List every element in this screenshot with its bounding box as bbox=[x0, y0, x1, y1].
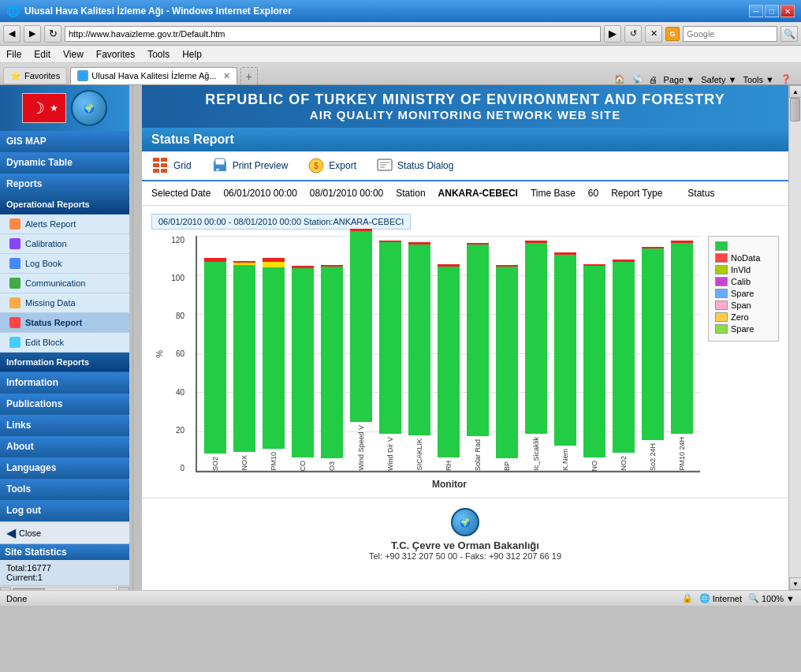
export-button[interactable]: $ Export bbox=[307, 156, 356, 175]
refresh-button[interactable]: ↺ bbox=[624, 25, 642, 43]
bar-label-5: Wind Speed V bbox=[357, 425, 365, 471]
alerts-icon bbox=[9, 218, 20, 230]
bar-label-10: BP bbox=[503, 461, 511, 471]
header-line1: REPUBLIC OF TURKEY MINISTRY OF ENVIRONME… bbox=[205, 91, 725, 108]
tools-menu[interactable]: Tools ▼ bbox=[743, 75, 774, 84]
home-button[interactable]: 🏠 bbox=[614, 74, 625, 84]
sidebar-edit-block[interactable]: Edit Block bbox=[0, 333, 129, 353]
scroll-right-button[interactable]: ▶ bbox=[118, 587, 129, 591]
grid-button[interactable]: Grid bbox=[151, 156, 192, 175]
maximize-button[interactable]: □ bbox=[765, 5, 779, 17]
sidebar-reports[interactable]: Reports bbox=[0, 174, 129, 195]
bar-green-3 bbox=[292, 268, 314, 457]
favorites-toolbar[interactable]: ⭐ Favorites bbox=[3, 67, 67, 84]
sidebar-dynamic-table[interactable]: Dynamic Table bbox=[0, 152, 129, 174]
edit-block-label: Edit Block bbox=[25, 338, 64, 347]
chart-title: 06/01/2010 00:00 - 08/01/2010 00:00 Stat… bbox=[151, 214, 411, 230]
sidebar-log-book[interactable]: Log Book bbox=[0, 254, 129, 274]
export-label: Export bbox=[329, 160, 356, 171]
close-button[interactable]: ✕ bbox=[781, 5, 795, 17]
sidebar-logout[interactable]: Log out bbox=[0, 500, 129, 521]
bar-green-6 bbox=[379, 242, 401, 434]
safety-menu[interactable]: Safety ▼ bbox=[701, 75, 736, 84]
go-button[interactable]: ▶ bbox=[604, 25, 621, 43]
tab-close[interactable]: ✕ bbox=[223, 71, 230, 81]
search-go-button[interactable]: 🔍 bbox=[781, 26, 798, 42]
sidebar-information-reports[interactable]: Information Reports bbox=[0, 353, 129, 372]
reload-button[interactable]: ↻ bbox=[44, 25, 61, 43]
sidebar-information[interactable]: Information bbox=[0, 372, 129, 394]
back-button[interactable]: ◀ bbox=[3, 25, 20, 43]
bar-green-10 bbox=[496, 267, 518, 458]
sidebar-close-button[interactable]: ◀ Close bbox=[0, 522, 129, 544]
address-bar[interactable] bbox=[65, 26, 601, 42]
sidebar-status-report[interactable]: Status Report bbox=[0, 313, 129, 333]
bar-green-15 bbox=[642, 248, 664, 440]
menu-tools[interactable]: Tools bbox=[147, 49, 170, 60]
stop-button[interactable]: ✕ bbox=[645, 25, 662, 43]
sidebar-languages[interactable]: Languages bbox=[0, 457, 129, 479]
bar-stack-13 bbox=[583, 264, 605, 457]
menu-view[interactable]: View bbox=[63, 49, 84, 60]
globe-icon: 🌍 bbox=[71, 90, 107, 126]
flag-crescent-icon: ☽ bbox=[31, 99, 45, 118]
zoom-level: 🔍 100% ▼ bbox=[748, 593, 795, 603]
date-from-value: 06/01/2010 00:00 bbox=[223, 188, 296, 199]
legend-item-spare1: Spare bbox=[715, 289, 772, 298]
status-dialog-button[interactable]: Status Dialog bbox=[375, 156, 453, 175]
bar-green-1 bbox=[233, 265, 255, 453]
sidebar-operational-reports[interactable]: Operational Reports bbox=[0, 195, 129, 215]
scroll-thumb-h[interactable] bbox=[13, 588, 45, 591]
sidebar-alerts-report[interactable]: Alerts Report bbox=[0, 215, 129, 234]
bar-label-7: SICAKLIK bbox=[415, 439, 423, 471]
sidebar-communication[interactable]: Communication bbox=[0, 274, 129, 293]
svg-rect-8 bbox=[214, 167, 226, 171]
sidebar-calibration[interactable]: Calibration bbox=[0, 234, 129, 254]
edit-block-icon bbox=[9, 337, 20, 348]
legend-color-spare2 bbox=[715, 324, 728, 334]
sidebar-missing-data[interactable]: Missing Data bbox=[0, 293, 129, 313]
scroll-thumb[interactable] bbox=[790, 98, 800, 121]
header-text: REPUBLIC OF TURKEY MINISTRY OF ENVIRONME… bbox=[205, 91, 725, 121]
menu-file[interactable]: File bbox=[6, 49, 21, 60]
menu-edit[interactable]: Edit bbox=[34, 49, 50, 60]
forward-button[interactable]: ▶ bbox=[24, 25, 41, 43]
sidebar-gis-map[interactable]: GIS MAP bbox=[0, 131, 129, 152]
menu-help[interactable]: Help bbox=[182, 49, 202, 60]
chart-area: % 120 100 80 60 40 20 0 bbox=[151, 236, 779, 472]
search-input[interactable] bbox=[683, 26, 777, 42]
scroll-down-button[interactable]: ▼ bbox=[789, 577, 801, 590]
legend-label-zero: Zero bbox=[731, 312, 749, 322]
time-base-label: Time Base bbox=[531, 188, 576, 199]
print-button[interactable]: 🖨 bbox=[649, 75, 658, 84]
rss-button[interactable]: 📡 bbox=[631, 74, 643, 84]
bar-stack-8 bbox=[438, 264, 460, 457]
minimize-button[interactable]: ─ bbox=[749, 5, 763, 17]
y-tick-40: 40 bbox=[176, 388, 184, 397]
print-preview-button[interactable]: Print Preview bbox=[210, 156, 289, 175]
active-tab[interactable]: 🌐 Ulusal Hava Kalitesi İzleme Ağ... ✕ bbox=[70, 67, 237, 84]
status-report-label: Status Report bbox=[25, 318, 82, 327]
help-button[interactable]: ❓ bbox=[781, 74, 792, 84]
calibration-label: Calibration bbox=[25, 239, 67, 248]
bar-green-4 bbox=[321, 267, 343, 458]
logbook-label: Log Book bbox=[25, 259, 61, 268]
status-dialog-label: Status Dialog bbox=[397, 160, 453, 171]
turkey-flag: ☽ ★ bbox=[22, 93, 66, 123]
sidebar-about[interactable]: About bbox=[0, 436, 129, 457]
page-menu[interactable]: Page ▼ bbox=[664, 75, 695, 84]
scroll-left-button[interactable]: ◀ bbox=[0, 587, 11, 591]
site-stats-total: Total:16777 bbox=[6, 563, 123, 573]
sidebar-publications[interactable]: Publications bbox=[0, 394, 129, 415]
sidebar-links[interactable]: Links bbox=[0, 415, 129, 436]
bar-stack-2 bbox=[263, 258, 285, 450]
scroll-up-button[interactable]: ▲ bbox=[789, 85, 801, 98]
bar-group-K.Nem: K.Nem bbox=[554, 252, 576, 471]
sidebar-resize-handle[interactable] bbox=[130, 85, 133, 590]
menu-favorites[interactable]: Favorites bbox=[96, 49, 135, 60]
chart-plot: SO2NOXPM10COO3Wind Speed VWind Dir VSICA… bbox=[196, 236, 700, 472]
bar-label-1: NOX bbox=[240, 455, 248, 471]
close-label: Close bbox=[19, 528, 41, 538]
sidebar-tools[interactable]: Tools bbox=[0, 479, 129, 500]
new-tab-button[interactable]: + bbox=[240, 67, 258, 84]
